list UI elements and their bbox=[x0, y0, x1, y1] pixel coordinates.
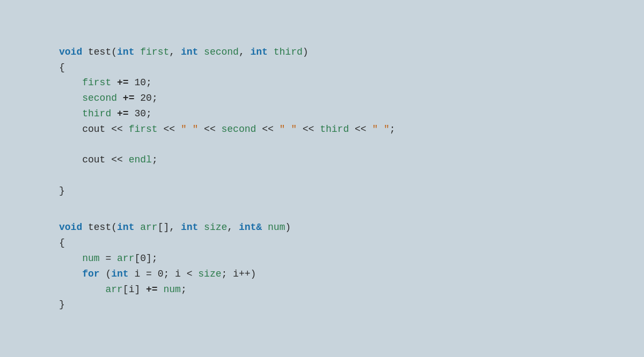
func1-line5: cout << endl ; bbox=[59, 152, 585, 168]
param-third: third bbox=[274, 44, 303, 60]
var-size1: size bbox=[198, 266, 221, 282]
num-0: 0 bbox=[140, 251, 146, 266]
var-first1: first bbox=[82, 75, 111, 91]
func1-signature: void test( int first , int second , int … bbox=[59, 44, 585, 60]
func1-line1: first += 10 ; bbox=[59, 75, 585, 91]
code-container: void test( int first , int second , int … bbox=[27, 28, 617, 329]
param-arr: arr bbox=[140, 220, 157, 235]
var-endl: endl bbox=[129, 152, 152, 168]
var-arr2: arr bbox=[105, 282, 122, 298]
op-plus-eq3: += bbox=[117, 106, 129, 122]
blank-line1 bbox=[59, 137, 585, 153]
func2-signature: void test( int arr [], int size , int& n… bbox=[59, 220, 585, 235]
keyword-int1: int bbox=[117, 44, 134, 60]
func1-brace-close: } bbox=[59, 183, 585, 199]
keyword-int3: int bbox=[251, 44, 268, 60]
func1-line2: second += 20 ; bbox=[59, 91, 585, 106]
keyword-for: for bbox=[82, 266, 99, 282]
var-num2: num bbox=[163, 282, 180, 298]
func1-line3: third += 30 ; bbox=[59, 106, 585, 122]
keyword-void1: void bbox=[59, 44, 82, 60]
op-plus-eq2: += bbox=[123, 91, 135, 106]
str-space1: " " bbox=[181, 122, 198, 137]
cout1: cout bbox=[82, 122, 105, 137]
func2-brace-open: { bbox=[59, 235, 585, 251]
code-block: void test( int first , int second , int … bbox=[59, 44, 585, 313]
num-30: 30 bbox=[134, 106, 146, 122]
var-second1: second bbox=[82, 91, 117, 106]
keyword-int7: int bbox=[111, 266, 128, 282]
cout2: cout bbox=[82, 152, 105, 168]
num-10: 10 bbox=[134, 75, 146, 91]
keyword-void2: void bbox=[59, 220, 82, 235]
var-third1: third bbox=[82, 106, 111, 122]
str-space2: " " bbox=[280, 122, 297, 137]
func1-line4: cout << first << " " << second << " " <<… bbox=[59, 122, 585, 137]
func2-line2: for ( int i = 0 ; i < size ; i++) bbox=[59, 266, 585, 282]
blank-line2 bbox=[59, 168, 585, 183]
var-second2: second bbox=[222, 122, 257, 137]
param-num: num bbox=[268, 220, 285, 235]
var-num1: num bbox=[82, 251, 99, 266]
var-third2: third bbox=[320, 122, 349, 137]
keyword-int4: int bbox=[117, 220, 134, 235]
func2-line3: arr [i] += num ; bbox=[59, 282, 585, 298]
func2-brace-close: } bbox=[59, 297, 585, 313]
func1-brace-open: { bbox=[59, 60, 585, 76]
param-second: second bbox=[204, 44, 239, 60]
param-first: first bbox=[140, 44, 169, 60]
section-gap bbox=[59, 199, 585, 220]
keyword-int6: int& bbox=[239, 220, 262, 235]
op-plus-eq4: += bbox=[146, 282, 158, 298]
num-20: 20 bbox=[140, 91, 152, 106]
keyword-int2: int bbox=[181, 44, 198, 60]
var-first2: first bbox=[129, 122, 158, 137]
num-0b: 0 bbox=[158, 266, 164, 282]
func2-line1: num = arr [ 0 ]; bbox=[59, 251, 585, 266]
op-plus-eq1: += bbox=[117, 75, 129, 91]
keyword-int5: int bbox=[181, 220, 198, 235]
str-space3: " " bbox=[372, 122, 389, 137]
var-arr1: arr bbox=[117, 251, 134, 266]
param-size: size bbox=[204, 220, 227, 235]
